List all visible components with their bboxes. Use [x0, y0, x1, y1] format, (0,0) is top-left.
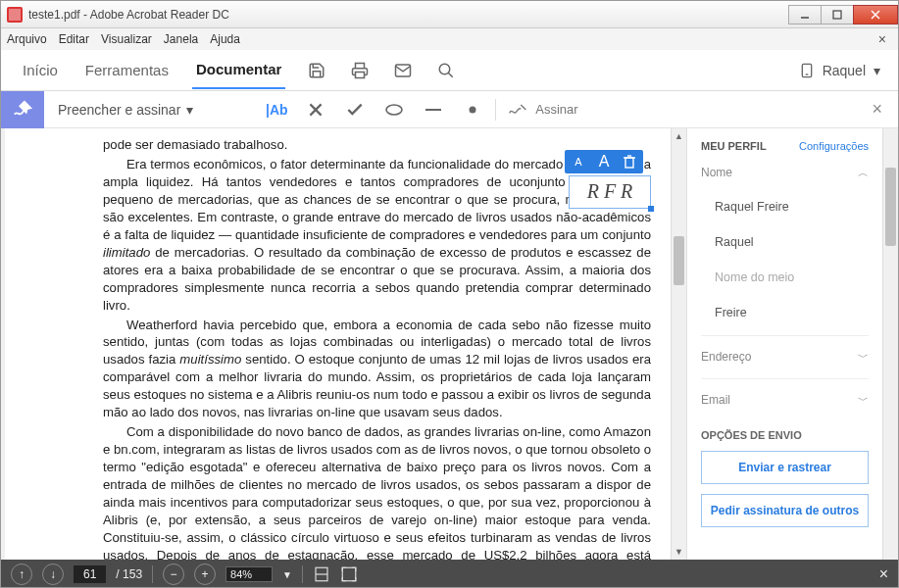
sign-label: Assinar: [535, 102, 577, 117]
dot-tool[interactable]: [462, 105, 483, 115]
separator: [302, 565, 303, 583]
window-titlebar: teste1.pdf - Adobe Acrobat Reader DC: [1, 1, 898, 28]
page-down-button[interactable]: ↓: [42, 564, 64, 585]
svg-line-7: [449, 73, 454, 77]
pdf-file-icon: [7, 7, 23, 23]
document-scrollbar[interactable]: ▲ ▼: [671, 128, 686, 560]
window-title: teste1.pdf - Adobe Acrobat Reader DC: [28, 8, 229, 22]
close-toolbar-button[interactable]: ×: [872, 99, 898, 120]
chevron-down-icon: ▾: [186, 102, 193, 118]
save-icon[interactable]: [305, 59, 328, 82]
separator: [152, 565, 153, 583]
zoom-input[interactable]: [225, 566, 273, 582]
svg-rect-20: [342, 567, 356, 581]
signature-icon: [508, 102, 527, 118]
window-close-button[interactable]: [853, 5, 898, 24]
add-text-tool[interactable]: |Ab: [266, 102, 287, 118]
scrollbar-thumb[interactable]: [885, 168, 896, 246]
settings-link[interactable]: Configurações: [799, 140, 869, 152]
fit-width-icon[interactable]: [313, 565, 330, 583]
user-menu[interactable]: Raquel ▾: [799, 63, 880, 78]
section-nome-label: Nome: [701, 166, 732, 180]
menu-ajuda[interactable]: Ajuda: [210, 32, 240, 46]
section-email-label: Email: [701, 393, 730, 408]
user-name: Raquel: [823, 63, 866, 78]
chevron-down-icon[interactable]: ▼: [282, 569, 292, 580]
separator: [495, 99, 496, 121]
section-endereco[interactable]: Endereço ﹀: [701, 346, 869, 368]
body-text: Weatherford havia percebido que, embora …: [103, 317, 651, 422]
page-number-input[interactable]: 61: [74, 565, 106, 583]
panel-scrollbar[interactable]: [882, 128, 898, 560]
right-panel: MEU PERFIL Configurações Nome ︿ Raquel F…: [686, 128, 882, 560]
size-increase-button[interactable]: A: [595, 153, 613, 171]
window-maximize-button[interactable]: [821, 5, 854, 24]
menu-editar[interactable]: Editar: [59, 32, 89, 46]
placed-signature[interactable]: R F R: [569, 175, 651, 209]
send-track-button[interactable]: Enviar e rastrear: [701, 451, 869, 484]
x-mark-tool[interactable]: [305, 103, 326, 117]
panel-header: MEU PERFIL: [701, 140, 767, 152]
fill-sign-toolbar: Preencher e assinar ▾ |Ab Assinar ×: [1, 91, 898, 128]
print-icon[interactable]: [348, 59, 372, 82]
zoom-out-button[interactable]: −: [163, 564, 184, 585]
profile-fullname[interactable]: Raquel Freire: [701, 194, 869, 220]
chevron-up-icon: ︿: [858, 166, 869, 180]
pdf-page: pode ser demasiado trabalhoso. Era termo…: [5, 128, 671, 560]
document-viewport[interactable]: pode ser demasiado trabalhoso. Era termo…: [1, 128, 686, 560]
request-signature-button[interactable]: Pedir assinatura de outros: [701, 494, 869, 527]
page-footer-toolbar: ↑ ↓ 61 / 153 − + ▼ ×: [1, 560, 898, 588]
fit-page-icon[interactable]: [340, 565, 358, 583]
search-icon[interactable]: [434, 59, 458, 82]
body-text: Com a disponibilidade do novo banco de d…: [103, 423, 651, 560]
svg-point-12: [386, 105, 402, 115]
line-tool[interactable]: [423, 107, 444, 113]
device-icon: [799, 63, 815, 78]
svg-point-14: [470, 106, 476, 113]
divider: [701, 378, 869, 379]
fill-sign-label: Preencher e assinar: [58, 102, 180, 118]
send-options-header: OPÇÕES DE ENVIO: [701, 429, 869, 441]
section-endereco-label: Endereço: [701, 350, 751, 365]
svg-rect-15: [625, 158, 633, 168]
fill-sign-dropdown[interactable]: Preencher e assinar ▾: [44, 102, 207, 118]
profile-firstname[interactable]: Raquel: [701, 229, 869, 255]
tab-document[interactable]: Documentar: [192, 51, 286, 89]
profile-lastname[interactable]: Freire: [701, 300, 869, 325]
section-nome[interactable]: Nome ︿: [701, 162, 869, 184]
menu-visualizar[interactable]: Visualizar: [101, 32, 152, 46]
size-decrease-button[interactable]: A: [570, 153, 587, 171]
signature-mini-toolbar: A A: [565, 150, 643, 173]
page-total-label: / 153: [116, 567, 142, 581]
svg-rect-4: [356, 72, 365, 77]
menubar: Arquivo Editar Visualizar Janela Ajuda ×: [1, 28, 898, 50]
mail-icon[interactable]: [391, 59, 415, 82]
delete-signature-button[interactable]: [621, 153, 638, 171]
tab-tools[interactable]: Ferramentas: [81, 52, 173, 88]
svg-rect-1: [833, 11, 841, 19]
svg-point-6: [440, 64, 451, 74]
tab-home[interactable]: Início: [19, 52, 62, 88]
chevron-down-icon: ﹀: [858, 393, 869, 408]
section-email[interactable]: Email ﹀: [701, 389, 869, 412]
circle-tool[interactable]: [383, 104, 405, 116]
zoom-in-button[interactable]: +: [194, 564, 216, 585]
divider: [701, 335, 869, 336]
fill-sign-tool-icon[interactable]: [1, 91, 44, 128]
menu-janela[interactable]: Janela: [164, 32, 198, 46]
main-toolbar: Início Ferramentas Documentar Raquel ▾: [1, 50, 898, 91]
page-up-button[interactable]: ↑: [11, 564, 32, 585]
window-minimize-button[interactable]: [788, 5, 822, 24]
menubar-close-doc-button[interactable]: ×: [878, 31, 892, 47]
checkmark-tool[interactable]: [344, 103, 366, 117]
menu-arquivo[interactable]: Arquivo: [7, 32, 47, 46]
profile-middlename[interactable]: Nome do meio: [701, 265, 869, 290]
chevron-down-icon: ▾: [874, 63, 880, 78]
scrollbar-thumb[interactable]: [674, 236, 684, 285]
scroll-down-icon[interactable]: ▼: [672, 544, 686, 560]
chevron-down-icon: ﹀: [858, 350, 869, 365]
scroll-up-icon[interactable]: ▲: [672, 128, 686, 144]
footer-close-button[interactable]: ×: [879, 565, 888, 583]
sign-dropdown[interactable]: Assinar: [508, 102, 577, 118]
